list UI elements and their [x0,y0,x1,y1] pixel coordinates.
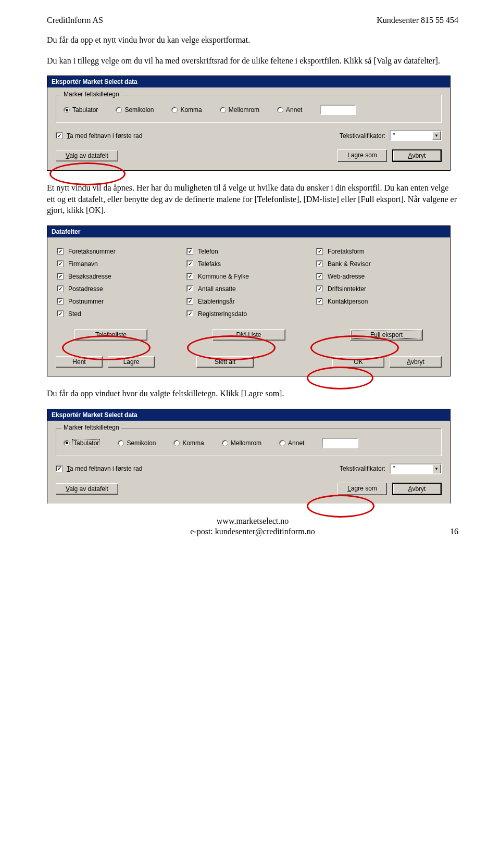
field-telefon[interactable]: Telefon [186,248,311,255]
radio-mellomrom[interactable]: Mellomrom [220,106,259,114]
delimiter-custom-input[interactable] [320,105,356,115]
dialog-title: Eksportér Market Select data [47,76,450,87]
ok-button[interactable]: OK [332,356,384,368]
field-postnummer[interactable]: Postnummer [57,298,181,305]
checkbox-icon[interactable] [56,466,63,472]
include-firstrow-label: Ta med feltnavn i første rad [67,132,142,140]
checkbox-icon [186,285,193,292]
datafelter-dialog: Datafelter Foretaksnummer Telefon Foreta… [47,225,451,376]
radio-icon [220,107,226,113]
avbryt-button-2[interactable]: Avbryt [390,356,442,368]
radio-icon [279,440,285,446]
footer-link2: e-post: kundesenter@creditinform.no [47,526,458,537]
dialog-title: Datafelter [47,226,450,237]
field-besoksadresse[interactable]: Besøksadresse [57,273,181,280]
field-kommune-fylke[interactable]: Kommune & Fylke [186,273,311,280]
radio-icon [118,440,124,446]
field-registreringsdato[interactable]: Registreringsdato [186,310,311,318]
export-dialog: Eksportér Market Select data Marker felt… [47,76,451,171]
checkbox-icon [186,260,193,267]
field-bank-revisor[interactable]: Bank & Revisor [316,260,441,268]
checkbox-icon [186,298,193,305]
textqualifier-label: Tekstkvalifikator: [340,132,385,140]
delimiter-custom-input[interactable] [322,438,358,448]
radio-icon [222,440,228,446]
telefonliste-button[interactable]: Telefonliste [74,329,147,341]
lagre-button[interactable]: Lagre [108,356,155,368]
group-title: Marker feltskilletegn [61,91,121,98]
checkbox-icon [316,248,323,255]
radio-komma[interactable]: Komma [173,439,204,447]
radio-tabulator[interactable]: Tabulator [64,106,98,114]
checkbox-icon [186,310,193,317]
checkbox-icon [316,260,323,267]
checkbox-icon [57,310,64,317]
radio-icon [64,440,70,446]
textqualifier-combo[interactable]: " ▼ [390,463,442,474]
radio-icon [173,440,180,446]
field-postadresse[interactable]: Postadresse [57,285,181,293]
radio-komma[interactable]: Komma [171,106,202,114]
header-left: CreditInform AS [47,16,103,25]
radio-semikolon[interactable]: Semikolon [116,106,154,114]
field-sted[interactable]: Sted [57,310,181,318]
footer-link1: www.marketselect.no [47,516,458,527]
annotation-ellipse [307,495,374,518]
lagre-som-button[interactable]: Lagre som [338,483,387,495]
checkbox-icon [57,298,64,305]
slett-alt-button[interactable]: Slett alt [196,356,254,368]
avbryt-button[interactable]: Avbryt [392,483,442,495]
radio-annet[interactable]: Annet [279,439,304,447]
checkbox-icon[interactable] [56,132,63,139]
dialog-title: Eksportér Market Select data [47,409,450,421]
radio-icon [64,107,70,113]
chevron-down-icon: ▼ [432,131,441,140]
checkbox-icon [186,273,193,280]
paragraph-2: Du kan i tillegg velge om du vil ha med … [47,55,458,67]
field-web-adresse[interactable]: Web-adresse [316,273,441,280]
avbryt-button[interactable]: Avbryt [392,149,442,162]
header-right: Kundesenter 815 55 454 [377,16,458,25]
delimiter-group: Marker feltskilletegn Tabulator Semikolo… [56,95,442,123]
valg-av-datafelt-button[interactable]: Valg av datafelt [56,483,118,495]
field-etableringsaar[interactable]: Etableringsår [186,298,311,305]
radio-mellomrom[interactable]: Mellomrom [222,439,261,447]
radio-tabulator[interactable]: Tabulator [64,439,100,447]
group-title: Marker feltskilletegn [61,424,121,431]
field-foretaksform[interactable]: Foretaksform [316,248,441,255]
chevron-down-icon: ▼ [432,464,441,473]
include-firstrow-label: Ta med feltnavn i første rad [67,465,142,472]
field-kontaktperson[interactable]: Kontaktperson [316,298,441,305]
radio-icon [277,107,283,113]
field-antall-ansatte[interactable]: Antall ansatte [186,285,311,293]
field-telefaks[interactable]: Telefaks [186,260,311,268]
checkbox-icon [316,285,323,292]
textqualifier-combo[interactable]: " ▼ [390,130,442,141]
dm-liste-button[interactable]: DM-Liste [213,329,285,341]
full-eksport-button[interactable]: Full eksport [350,329,423,341]
checkbox-icon [316,273,323,280]
hent-button[interactable]: Hent [56,356,103,368]
checkbox-icon [57,260,64,267]
radio-annet[interactable]: Annet [277,106,302,114]
radio-semikolon[interactable]: Semikolon [118,439,156,447]
paragraph-1: Du får da opp et nytt vindu hvor du kan … [47,34,458,46]
radio-icon [171,107,178,113]
checkbox-icon [57,285,64,292]
page-footer: www.marketselect.no e-post: kundesenter@… [47,516,458,538]
fields-grid: Foretaksnummer Telefon Foretaksform Firm… [57,248,441,318]
lagre-som-button[interactable]: Lagre som [338,149,387,162]
paragraph-3: Et nytt vindu vil da åpnes. Her har du m… [47,182,458,216]
radio-icon [116,107,122,113]
page-number: 16 [450,526,458,537]
field-firmanavn[interactable]: Firmanavn [57,260,181,268]
field-driftsinntekter[interactable]: Driftsinntekter [316,285,441,293]
export-dialog-2: Eksportér Market Select data Marker felt… [47,409,451,504]
paragraph-4: Du får da opp vinduet hvor du valgte fel… [47,388,458,399]
annotation-ellipse [307,367,373,389]
checkbox-icon [316,298,323,305]
textqualifier-label: Tekstkvalifikator: [340,465,385,472]
field-foretaksnummer[interactable]: Foretaksnummer [57,248,181,255]
valg-av-datafelt-button[interactable]: Valg av datafelt [56,150,118,161]
checkbox-icon [57,248,64,255]
